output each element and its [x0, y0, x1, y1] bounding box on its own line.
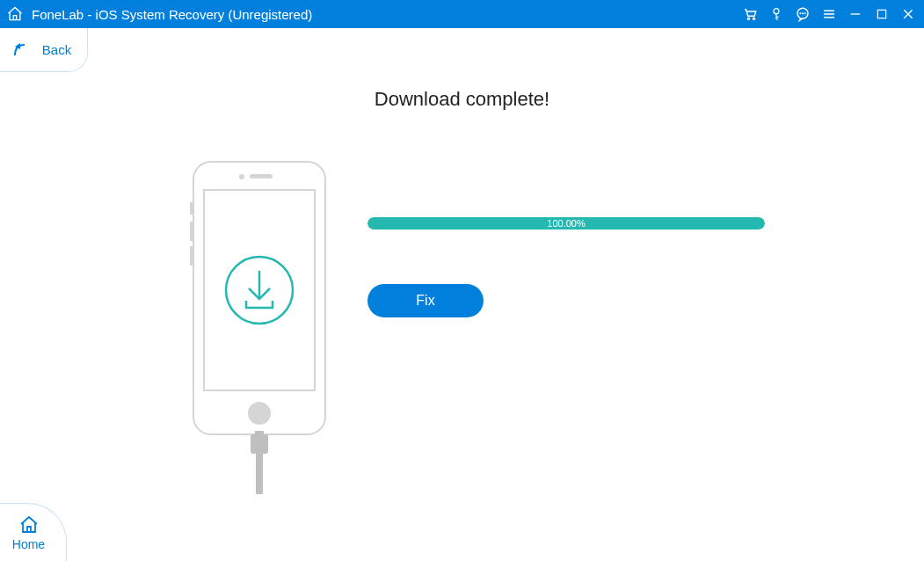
svg-rect-11: [877, 10, 885, 18]
close-icon[interactable]: [899, 5, 917, 23]
progress-section: 100.00% Fix: [367, 217, 772, 317]
phone-icon: [176, 160, 343, 494]
feedback-icon[interactable]: [794, 5, 811, 23]
svg-point-0: [747, 18, 749, 19]
svg-rect-24: [251, 434, 268, 454]
page-title: Download complete!: [0, 88, 924, 111]
svg-rect-19: [190, 202, 193, 215]
window-title: FoneLab - iOS System Recovery (Unregiste…: [32, 7, 312, 22]
svg-point-5: [803, 13, 804, 14]
svg-point-2: [774, 9, 779, 14]
titlebar-actions: [741, 5, 917, 23]
minimize-icon[interactable]: [847, 5, 864, 23]
home-icon: [18, 514, 40, 536]
key-icon[interactable]: [768, 5, 785, 23]
svg-rect-26: [256, 454, 263, 494]
maximize-icon[interactable]: [873, 5, 891, 23]
app-home-icon[interactable]: [5, 4, 25, 24]
svg-rect-17: [250, 174, 273, 178]
fix-button[interactable]: Fix: [367, 284, 484, 317]
cart-icon[interactable]: [741, 5, 759, 23]
main-content: Download complete!: [0, 28, 924, 561]
menu-icon[interactable]: [820, 5, 838, 23]
fix-button-label: Fix: [416, 293, 434, 309]
svg-point-4: [800, 13, 801, 14]
svg-point-1: [753, 18, 754, 19]
home-label: Home: [12, 537, 45, 551]
progress-bar: 100.00%: [367, 217, 765, 230]
titlebar: FoneLab - iOS System Recovery (Unregiste…: [0, 0, 924, 28]
svg-point-16: [239, 174, 244, 179]
progress-value: 100.00%: [367, 217, 765, 230]
svg-rect-25: [255, 431, 264, 436]
svg-point-18: [248, 402, 271, 425]
phone-illustration: [176, 160, 343, 498]
svg-rect-20: [190, 222, 193, 241]
svg-rect-21: [190, 246, 193, 266]
svg-point-6: [804, 13, 805, 14]
